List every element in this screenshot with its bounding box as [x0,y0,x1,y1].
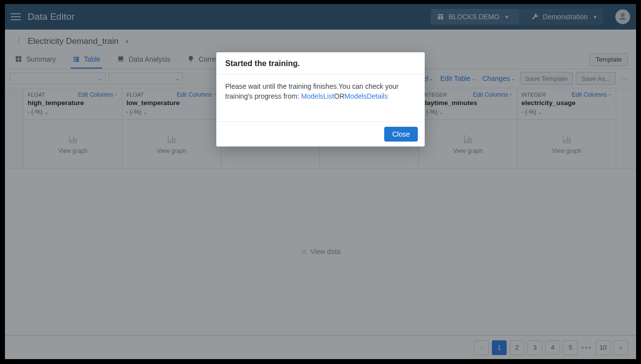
modal-overlay[interactable]: Started the training. Please wait until … [5,4,636,359]
training-started-modal: Started the training. Please wait until … [216,52,425,146]
models-list-link[interactable]: ModelsList [301,92,334,100]
modal-or: OR [334,92,345,100]
modal-body: Please wait until the training finishes.… [216,74,425,121]
app-frame: Data Editor BLOCKS DEMO ▼ Demonstration … [5,4,636,359]
close-button[interactable]: Close [384,127,418,142]
models-details-link[interactable]: ModelsDetails [345,92,388,100]
modal-title: Started the training. [225,59,416,68]
